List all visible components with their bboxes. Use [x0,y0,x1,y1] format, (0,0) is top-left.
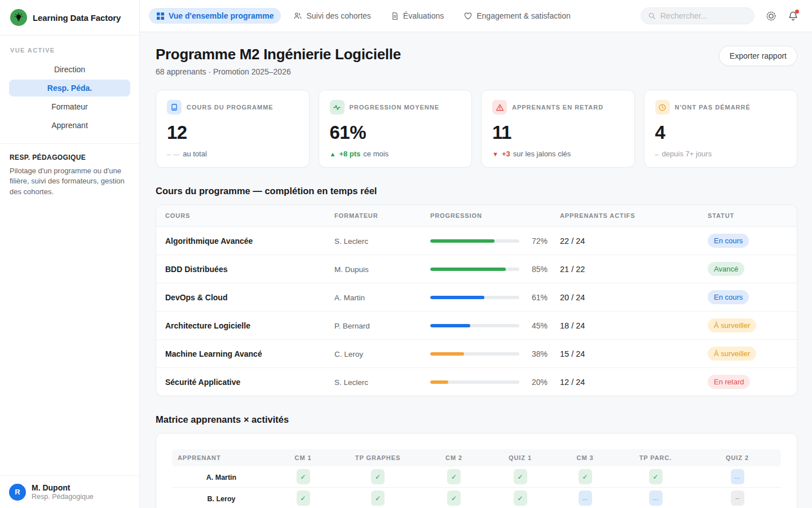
role-title: RESP. PÉDAGOGIQUE [10,154,130,161]
heart-icon [464,11,473,20]
col-formateur: FORMATEUR [325,205,421,227]
learner-name: A. Martin [206,474,236,481]
stat-card-pas-demarre: N'ONT PAS DÉMARRÉ 4 – depuis 7+ jours [644,90,798,168]
role-switcher-label: VUE ACTIVE [9,47,130,54]
sidebar-item-formateur[interactable]: Formateur [9,98,130,115]
stat-card-courses: COURS DU PROGRAMME 12 – — au total [156,90,310,168]
course-name: Algorithmique Avancée [165,237,253,246]
stat-card-progression: PROGRESSION MOYENNE 61% ▲ +8 pts ce mois [319,90,473,168]
stats-row: COURS DU PROGRAMME 12 – — au total PROGR… [156,90,797,168]
stat-footnote-highlight: +3 [502,150,510,158]
matrix-col-activity: QUIZ 2 [694,449,781,466]
sidebar-item-apprenant[interactable]: Apprenant [9,117,130,134]
trend-down-icon: ▼ [492,151,499,157]
tab-suivi-cohortes[interactable]: Suivi des cohortes [286,8,378,24]
sidebar: Learning Data Factory VUE ACTIVE Directi… [0,0,140,508]
course-row: Architecture Logicielle P. Bernard 45% 1… [156,312,797,340]
progress-fill [430,352,464,356]
progress-bar [430,352,519,356]
courses-section-title: Cours du programme — complétion en temps… [156,186,797,196]
users-icon [293,11,302,20]
grid-icon [156,12,165,20]
activity-status-done-chip: ✓ [371,469,385,484]
activity-status-none-chip: – [731,491,744,506]
status-badge: En cours [708,290,749,304]
theme-toggle-button[interactable] [766,11,776,21]
activity-status-done-chip: ✓ [649,469,663,484]
col-progression: PROGRESSION [421,205,551,227]
progress-bar [430,296,519,299]
courses-table-header-row: COURS FORMATEUR PROGRESSION APPRENANTS A… [156,205,797,227]
stat-card-retard: APPRENANTS EN RETARD 11 ▼ +3 sur les jal… [481,90,635,168]
clock-icon [655,100,670,115]
courses-table: COURS FORMATEUR PROGRESSION APPRENANTS A… [156,205,797,396]
progress-bar [430,380,519,384]
search-input[interactable] [660,11,747,20]
user-role: Resp. Pédagogique [32,493,94,501]
activity-status-progress-chip: … [649,491,663,506]
matrix-col-apprenant: APPRENANT [172,449,271,466]
role-switcher: VUE ACTIVE Direction Resp. Péda. Formate… [0,36,139,143]
progress-fill [430,268,506,271]
stat-value: 11 [492,122,624,143]
notifications-bell-icon[interactable] [788,11,798,21]
brand: Learning Data Factory [0,0,139,36]
topbar: Vue d'ensemble programme Suivi des cohor… [140,0,812,32]
activity-status-done-chip: ✓ [514,469,527,484]
tab-evaluations[interactable]: Évaluations [383,8,451,24]
course-name: DevOps & Cloud [165,293,227,302]
stat-footnote-highlight: +8 pts [339,150,360,158]
export-report-button[interactable]: Exporter rapport [719,46,797,66]
trend-up-icon: ▲ [330,151,337,157]
matrix-col-activity: TP PARC. [617,449,694,466]
role-description: Pilotage d'un programme ou d'une filière… [10,166,130,197]
active-learners: 18 / 24 [560,321,585,330]
stat-footnote-text: au total [183,150,207,158]
stat-value: 4 [655,122,787,143]
user-name: M. Dupont [32,483,94,493]
course-name: Sécurité Applicative [165,378,240,387]
notification-badge [795,10,799,14]
active-learners: 21 / 22 [560,265,585,274]
sidebar-item-direction[interactable]: Direction [9,61,130,78]
progress-value: 61% [527,293,548,302]
page-subtitle: 68 apprenants · Promotion 2025–2026 [156,67,401,76]
tab-engagement[interactable]: Engagement & satisfaction [456,8,578,24]
stat-footnote-text: depuis 7+ jours [662,150,712,158]
course-row: Sécurité Applicative S. Leclerc 20% 12 /… [156,368,797,396]
courses-table-body: Algorithmique Avancée S. Leclerc 72% 22 … [156,227,797,396]
progress-value: 45% [527,321,548,330]
activity-status-done-chip: ✓ [297,469,310,484]
progress-fill [430,296,484,299]
activity-status-done-chip: ✓ [297,491,310,506]
user-profile[interactable]: R M. Dupont Resp. Pédagogique [0,475,139,508]
progress-value: 20% [527,378,548,387]
brand-logo-icon [10,9,27,26]
active-learners: 12 / 24 [560,378,585,387]
tab-label: Vue d'ensemble programme [169,11,273,20]
status-badge: À surveiller [708,318,756,332]
sidebar-item-resp-peda[interactable]: Resp. Péda. [9,80,130,97]
stat-footnote: – depuis 7+ jours [655,150,787,158]
course-instructor: S. Leclerc [334,378,368,387]
matrix-table: APPRENANTCM 1TP GRAPHESCM 2QUIZ 1CM 3TP … [172,449,781,508]
matrix-row: A. Martin✓✓✓✓✓✓… [172,466,781,488]
course-row: Machine Learning Avancé C. Leroy 38% 15 … [156,340,797,368]
progress-bar [430,324,519,327]
course-instructor: M. Dupuis [334,265,369,274]
progress-fill [430,324,470,327]
col-cours: COURS [156,205,325,227]
matrix-body: A. Martin✓✓✓✓✓✓…B. Leroy✓✓✓✓……–C. Roux✓…… [172,466,781,508]
tab-label: Suivi des cohortes [306,11,370,20]
pulse-icon [330,100,345,115]
course-name: Architecture Logicielle [165,321,250,330]
progress-fill [430,380,448,384]
main-area: Vue d'ensemble programme Suivi des cohor… [140,0,812,508]
matrix-col-activity: QUIZ 1 [488,449,553,466]
tab-vue-ensemble[interactable]: Vue d'ensemble programme [149,8,281,24]
trend-flat-icon: – — [167,151,180,157]
courses-table-card: COURS FORMATEUR PROGRESSION APPRENANTS A… [156,204,797,396]
col-apprenants-actifs: APPRENANTS ACTIFS [551,205,699,227]
course-row: DevOps & Cloud A. Martin 61% 20 / 24 En … [156,283,797,312]
course-instructor: C. Leroy [334,350,363,358]
